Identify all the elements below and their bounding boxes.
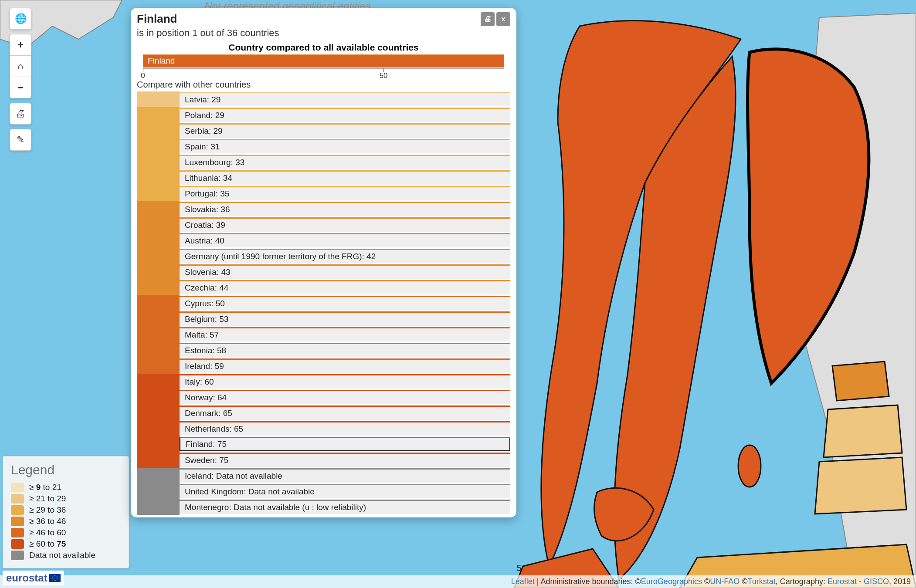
home-icon: ⌂: [17, 61, 23, 72]
globe-icon: 🌐: [15, 13, 27, 24]
compare-row-bin-color: [137, 264, 180, 280]
globe-button[interactable]: 🌐: [10, 8, 31, 30]
legend-row: ≥ 46 to 60: [11, 527, 121, 538]
legend-label: ≥ 46 to 60: [29, 528, 66, 537]
compare-row[interactable]: Netherlands: 65: [137, 421, 510, 436]
compare-row-bin-color: [137, 421, 180, 436]
compare-row-label: Portugal: 35: [180, 186, 510, 200]
compare-row-bin-color: [137, 405, 180, 421]
compare-row-label: Netherlands: 65: [180, 421, 510, 436]
gisco-link[interactable]: Eurostat - GISCO: [828, 577, 889, 586]
compare-row[interactable]: Slovenia: 43: [137, 264, 510, 280]
popup-title: Finland: [137, 12, 279, 26]
compare-row-label: Finland: 75: [180, 437, 510, 451]
compare-row-bin-color: [137, 91, 180, 107]
compare-row[interactable]: Croatia: 39: [137, 217, 510, 233]
zoom-out-button[interactable]: −: [10, 77, 31, 98]
compare-row[interactable]: Estonia: 58: [137, 342, 510, 358]
compare-hint: Compare with other countries: [137, 80, 510, 90]
compare-row-label: United Kingdom: Data not available: [180, 484, 510, 498]
compare-row[interactable]: Finland: 75: [137, 436, 510, 452]
legend-swatch: [11, 517, 24, 526]
legend-row: ≥ 36 to 46: [11, 516, 121, 527]
compare-row[interactable]: Austria: 40: [137, 233, 510, 248]
compare-row-label: Malta: 57: [180, 327, 510, 341]
popup-close-button[interactable]: x: [496, 12, 510, 26]
compare-row-label: Iceland: Data not available: [180, 468, 510, 483]
legend-row: ≥ 21 to 29: [11, 493, 121, 504]
compare-row-label: Slovakia: 36: [180, 202, 510, 216]
compare-row-label: Germany (until 1990 former territory of …: [180, 249, 510, 263]
popup-print-button[interactable]: 🖨: [481, 12, 495, 26]
legend-label: Data not available: [29, 551, 95, 560]
compare-row[interactable]: Latvia: 29: [137, 91, 510, 107]
legend-label: ≥ 9 to 21: [29, 483, 61, 492]
popup-subtitle: is in position 1 out of 36 countries: [137, 27, 279, 39]
leaflet-link[interactable]: Leaflet: [511, 577, 535, 586]
compare-row[interactable]: Sweden: 75: [137, 452, 510, 468]
main-bar-label: Finland: [148, 56, 175, 66]
compare-row-bin-color: [137, 107, 180, 123]
legend-row: ≥ 29 to 36: [11, 504, 121, 516]
legend-swatch: [11, 551, 24, 560]
legend-swatch: [11, 528, 24, 537]
compare-row[interactable]: Poland: 29: [137, 107, 510, 123]
legend-title: Legend: [11, 463, 121, 477]
compare-row-bin-color: [137, 374, 180, 389]
legend-swatch: [11, 494, 24, 504]
compare-row-bin-color: [137, 311, 180, 327]
compare-row[interactable]: Italy: 60: [137, 374, 510, 389]
print-button[interactable]: 🖨: [10, 103, 31, 125]
turkstat-link[interactable]: Turkstat: [747, 577, 775, 586]
style-button[interactable]: ✎: [10, 129, 31, 151]
compare-row[interactable]: Slovakia: 36: [137, 201, 510, 217]
compare-row[interactable]: Belgium: 53: [137, 311, 510, 327]
printer-icon: 🖨: [484, 15, 492, 24]
compare-row-bin-color: [137, 217, 180, 233]
zoom-stack: + ⌂ −: [10, 34, 31, 98]
legend-label: ≥ 21 to 29: [29, 494, 66, 504]
compare-row-bin-color: [137, 436, 180, 452]
legend-row: Data not available: [11, 550, 121, 561]
legend-swatch: [11, 505, 24, 515]
home-button[interactable]: ⌂: [10, 55, 31, 77]
compare-row[interactable]: Ireland: 59: [137, 358, 510, 374]
compare-row-label: Estonia: 58: [180, 343, 510, 357]
compare-row[interactable]: Malta: 57: [137, 327, 510, 342]
compare-row[interactable]: Luxembourg: 33: [137, 154, 510, 170]
compare-row[interactable]: Germany (until 1990 former territory of …: [137, 248, 510, 264]
popup-mini-title: Country compared to all available countr…: [137, 42, 510, 53]
close-icon: x: [501, 15, 505, 24]
stray-number: 5: [516, 563, 522, 573]
compare-row[interactable]: Iceland: Data not available: [137, 468, 510, 483]
compare-row[interactable]: Cyprus: 50: [137, 295, 510, 311]
main-bar-fill: [143, 55, 504, 67]
compare-row[interactable]: Denmark: 65: [137, 405, 510, 421]
compare-list: Latvia: 29Poland: 29Serbia: 29Spain: 31L…: [137, 91, 510, 515]
minus-icon: −: [17, 81, 24, 94]
compare-row-bin-color: [137, 280, 180, 295]
compare-row-label: Poland: 29: [180, 108, 510, 122]
compare-row[interactable]: United Kingdom: Data not available: [137, 483, 510, 499]
compare-row[interactable]: Lithuania: 34: [137, 170, 510, 186]
compare-row-bin-color: [137, 154, 180, 170]
legend-label: ≥ 36 to 46: [29, 517, 66, 526]
compare-row[interactable]: Norway: 64: [137, 389, 510, 405]
compare-row-bin-color: [137, 201, 180, 217]
eurostat-text: eurostat: [6, 572, 47, 584]
compare-row[interactable]: Spain: 31: [137, 139, 510, 154]
compare-row-label: Croatia: 39: [180, 217, 510, 232]
plus-icon: +: [17, 39, 24, 51]
compare-row[interactable]: Serbia: 29: [137, 123, 510, 139]
unfao-link[interactable]: UN-FAO: [710, 577, 740, 586]
compare-row-label: Spain: 31: [180, 139, 510, 153]
compare-row[interactable]: Montenegro: Data not available (u : low …: [137, 499, 510, 515]
zoom-in-button[interactable]: +: [10, 34, 31, 56]
compare-row[interactable]: Czechia: 44: [137, 280, 510, 295]
eurogeo-link[interactable]: EuroGeographics: [641, 577, 702, 586]
compare-row[interactable]: Portugal: 35: [137, 186, 510, 201]
compare-row-bin-color: [137, 123, 180, 139]
eu-flag-icon: [49, 574, 61, 582]
country-popup: Finland is in position 1 out of 36 count…: [131, 8, 516, 517]
attribution-bar: Leaflet | Administrative boundaries: ©Eu…: [0, 575, 916, 588]
